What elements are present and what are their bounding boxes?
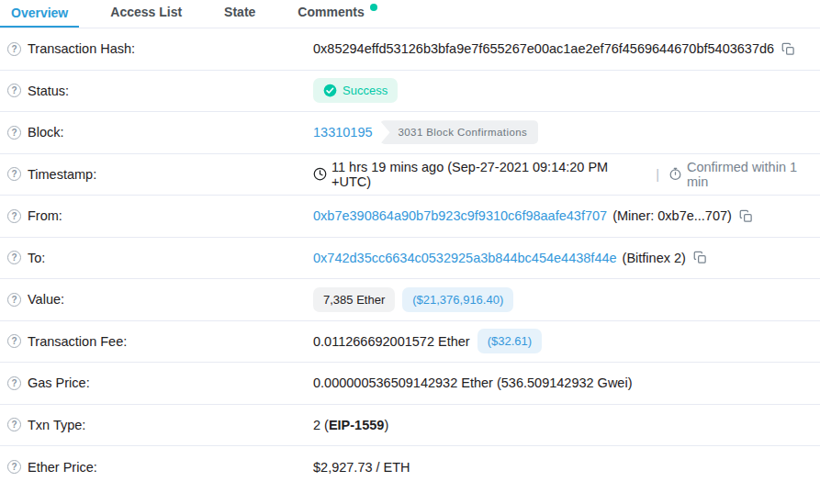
ether-price-label: Ether Price: <box>28 460 97 475</box>
help-icon[interactable]: ? <box>7 460 21 474</box>
tab-comments-label: Comments <box>298 5 364 19</box>
transaction-details-page: Overview Access List State Comments ? Tr… <box>0 0 820 488</box>
timestamp-value: 11 hrs 19 mins ago (Sep-27-2021 09:14:20… <box>331 160 646 189</box>
txn-type-eip: EIP-1559 <box>329 418 384 432</box>
txn-type-suffix: ) <box>384 418 388 432</box>
from-label: From: <box>28 208 62 223</box>
status-label: Status: <box>28 84 69 98</box>
status-label-group: ? Status: <box>7 84 313 98</box>
from-label-group: ? From: <box>7 208 313 223</box>
help-icon[interactable]: ? <box>7 84 21 97</box>
ether-price-value: $2,927.73 / ETH <box>313 460 410 475</box>
tab-overview[interactable]: Overview <box>0 0 79 28</box>
row-transaction-hash: ? Transaction Hash: 0x85294effd53126b3bf… <box>0 28 820 71</box>
txn-type-label-group: ? Txn Type: <box>7 418 313 432</box>
to-address-link[interactable]: 0x742d35cc6634c0532925a3b844bc454e4438f4… <box>313 251 617 265</box>
help-icon[interactable]: ? <box>7 418 21 431</box>
copy-icon[interactable] <box>693 251 707 264</box>
help-icon[interactable]: ? <box>7 42 21 56</box>
tab-comments[interactable]: Comments <box>286 0 388 28</box>
clock-icon <box>313 167 327 181</box>
txn-type-value: 2 (EIP-1559) <box>313 418 388 432</box>
row-transaction-fee: ? Transaction Fee: 0.011266692001572 Eth… <box>0 321 820 364</box>
timestamp-label-group: ? Timestamp: <box>7 167 313 182</box>
to-label-group: ? To: <box>7 251 313 265</box>
tab-state[interactable]: State <box>213 0 266 28</box>
transaction-hash-label: Transaction Hash: <box>28 41 135 56</box>
timestamp-label: Timestamp: <box>28 167 96 182</box>
stopwatch-icon <box>668 167 682 181</box>
tab-access-list[interactable]: Access List <box>99 0 193 28</box>
transaction-fee-label-group: ? Transaction Fee: <box>7 334 313 349</box>
transaction-fee-amount: 0.011266692001572 Ether <box>313 334 470 349</box>
row-ether-price: ? Ether Price: $2,927.73 / ETH <box>0 446 820 488</box>
separator: | <box>656 167 659 182</box>
transaction-hash-value: 0x85294effd53126b3bfa9e7f655267e00ac1ae2… <box>313 41 774 56</box>
help-icon[interactable]: ? <box>7 209 21 223</box>
block-number-link[interactable]: 13310195 <box>313 125 373 140</box>
help-icon[interactable]: ? <box>7 251 21 264</box>
transaction-fee-usd-badge: ($32.61) <box>477 329 542 353</box>
value-label-group: ? Value: <box>7 292 313 307</box>
value-label: Value: <box>28 292 64 307</box>
row-value: ? Value: 7,385 Ether ($21,376,916.40) <box>0 279 820 321</box>
check-circle-icon <box>323 84 337 97</box>
row-to: ? To: 0x742d35cc6634c0532925a3b844bc454e… <box>0 238 820 280</box>
row-timestamp: ? Timestamp: 11 hrs 19 mins ago (Sep-27-… <box>0 154 820 196</box>
ether-value-badge: 7,385 Ether <box>313 287 395 312</box>
comments-notification-dot <box>370 4 377 11</box>
block-label-group: ? Block: <box>7 125 313 140</box>
block-confirmations-badge: 3031 Block Confirmations <box>380 120 539 144</box>
gas-price-label-group: ? Gas Price: <box>7 375 313 390</box>
help-icon[interactable]: ? <box>7 334 21 348</box>
status-badge-text: Success <box>343 84 388 97</box>
txn-type-label: Txn Type: <box>28 418 85 432</box>
ether-price-label-group: ? Ether Price: <box>7 460 313 475</box>
block-label: Block: <box>28 125 64 140</box>
gas-price-value: 0.000000536509142932 Ether (536.50914293… <box>313 375 632 390</box>
help-icon[interactable]: ? <box>7 376 21 390</box>
transaction-fee-label: Transaction Fee: <box>28 334 127 349</box>
tab-bar: Overview Access List State Comments <box>0 0 820 28</box>
status-badge: Success <box>313 78 398 103</box>
transaction-hash-label-group: ? Transaction Hash: <box>7 41 313 56</box>
row-txn-type: ? Txn Type: 2 (EIP-1559) <box>0 405 820 447</box>
help-icon[interactable]: ? <box>7 167 21 181</box>
help-icon[interactable]: ? <box>7 293 21 307</box>
gas-price-label: Gas Price: <box>28 375 90 390</box>
usd-value-badge: ($21,376,916.40) <box>402 287 513 312</box>
copy-icon[interactable] <box>739 209 753 223</box>
copy-icon[interactable] <box>781 42 795 56</box>
row-from: ? From: 0xb7e390864a90b7b923c9f9310c6f98… <box>0 196 820 238</box>
from-miner-note: (Miner: 0xb7e...707) <box>612 208 732 223</box>
help-icon[interactable]: ? <box>7 126 21 140</box>
to-label: To: <box>28 251 45 265</box>
from-address-link[interactable]: 0xb7e390864a90b7b923c9f9310c6f98aafe43f7… <box>313 208 607 223</box>
confirmed-within-text: Confirmed within 1 min <box>687 160 820 189</box>
confirmed-within-group: Confirmed within 1 min <box>668 160 820 189</box>
to-name-tag-note: (Bitfinex 2) <box>623 251 686 265</box>
row-status: ? Status: Success <box>0 71 820 113</box>
row-block: ? Block: 13310195 3031 Block Confirmatio… <box>0 112 820 154</box>
txn-type-prefix: 2 ( <box>313 418 329 432</box>
row-gas-price: ? Gas Price: 0.000000536509142932 Ether … <box>0 363 820 405</box>
